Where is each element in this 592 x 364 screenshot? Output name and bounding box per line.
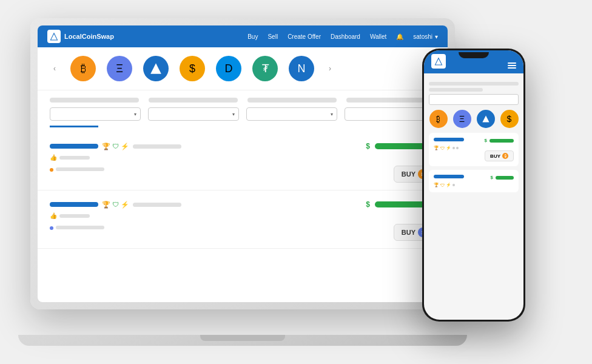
coin-btc[interactable]: ₿ [70,56,96,81]
filter-label-location [247,98,337,103]
trade-row-2: 🏆 🛡 ⚡ $ 👍 [38,193,448,249]
nav-wallet[interactable]: Wallet [370,33,386,40]
trader-badges-1: 🏆 🛡 ⚡ [102,143,129,150]
lightning-icon-2: ⚡ [121,201,129,209]
filter-label-amount [50,98,139,103]
svg-marker-2 [150,63,161,74]
scene: LocalCoinSwap Buy Sell Create Offer Dash… [0,0,592,364]
username: satoshi [413,33,432,40]
trade-left-2: 🏆 🛡 ⚡ [50,201,181,209]
shield-icon-2: 🛡 [112,201,119,208]
phone-trader-name-1 [434,138,464,141]
coin-neo[interactable]: N [289,56,314,81]
filter-payment-select[interactable] [148,107,239,121]
filter-location-select[interactable] [246,107,337,121]
trade-top-2: 🏆 🛡 ⚡ $ [50,200,436,209]
phone-logo-svg [434,56,443,66]
nav-buy[interactable]: Buy [247,33,258,40]
phone-trade-top-2: $ [434,175,514,180]
trade-bottom-1: BUY ₿ [50,163,436,183]
phone-green-bar-2 [496,176,514,180]
coin-usdt[interactable]: ₮ [252,56,278,81]
lightning-icon: ⚡ [121,143,129,150]
coin-eth[interactable]: Ξ [107,56,132,81]
dot-eth-2 [50,226,53,230]
phone-buy-coin-1: ₿ [502,153,508,159]
phone-price-2: $ [491,175,514,180]
buy-label-1: BUY [402,170,415,178]
trade-row-1: 🏆 🛡 ⚡ $ 👍 [38,135,448,190]
hamburger-line-1 [508,62,516,64]
phone-trader-name-2 [434,175,464,178]
coin-lcs[interactable] [143,56,169,81]
coin-selector-row: ‹ ₿ Ξ $ D ₮ N › [38,47,448,90]
trade-left-1: 🏆 🛡 ⚡ [50,143,181,150]
hamburger-line-3 [508,67,516,69]
coin-next-button[interactable]: › [325,64,335,73]
trophy-icon-2: 🏆 [102,201,110,209]
phone-trade-top-1: $ [434,138,514,143]
dot-btc-1 [50,168,53,172]
trade-detail-bar-1 [59,156,90,160]
nav-links: Buy Sell Create Offer Dashboard Wallet 🔔… [247,33,438,40]
phone-green-bar-1 [489,139,514,143]
phone-shield-icon: 🛡 [440,146,445,150]
logo-svg [49,32,59,41]
phone-buy-label-1: BUY [490,153,500,159]
trade-info-bar-2 [133,203,181,207]
filter-labels [50,98,436,103]
bell-icon[interactable]: 🔔 [396,33,403,40]
active-filter-indicator [50,126,98,127]
trophy-icon: 🏆 [102,143,110,150]
phone-trophy-icon: 🏆 [434,146,439,150]
phone-dollar-2: $ [491,175,493,180]
phone-gray-dot-3 [452,184,455,186]
dollar-sign-1: $ [366,142,370,150]
phone-price-1: $ [485,138,514,143]
phone-device: ₿ Ξ $ $ [422,49,525,346]
hamburger-menu-button[interactable] [508,62,516,69]
nav-sell[interactable]: Sell [267,33,278,40]
coin-dash2[interactable]: D [216,56,241,81]
logo-icon [47,30,61,43]
phone-icons-1: 🏆 🛡 ⚡ [434,146,514,150]
filter-amount-select[interactable] [50,107,141,121]
navbar: LocalCoinSwap Buy Sell Create Offer Dash… [38,25,448,47]
trade-mid-2: 👍 [50,212,436,219]
phone-coin-lcs[interactable] [477,110,495,128]
phone-coin-eth[interactable]: Ξ [453,110,471,128]
phone-coin-btc[interactable]: ₿ [429,110,448,128]
phone-gray-dot-1 [452,147,455,149]
phone-dollar-1: $ [485,138,487,143]
thumbs-up-icon-1: 👍 [50,154,57,161]
phone-logo[interactable] [431,54,446,69]
phone-body: ₿ Ξ $ $ [422,49,525,322]
phone-coin-dash[interactable]: $ [500,110,519,128]
coin-dash[interactable]: $ [180,56,205,81]
phone-content: ₿ Ξ $ $ [424,73,523,201]
filter-selects [50,107,436,121]
nav-dashboard[interactable]: Dashboard [331,33,360,40]
phone-lightning-icon-2: ⚡ [446,183,451,187]
trade-detail-bar-2 [59,214,90,218]
phone-trade-1: $ 🏆 🛡 ⚡ BUY ₿ [429,133,519,166]
coin-prev-button[interactable]: ‹ [50,64,59,73]
filter-label-payment [149,98,238,103]
nav-logo[interactable]: LocalCoinSwap [47,30,114,43]
phone-filter-select[interactable] [429,94,519,105]
phone-buy-button-1[interactable]: BUY ₿ [485,150,514,161]
laptop-base [18,335,467,346]
phone-lightning-icon: ⚡ [446,146,451,150]
phone-gray-bar-2 [429,88,483,92]
thumbs-up-icon-2: 👍 [50,212,57,219]
phone-shield-icon-2: 🛡 [440,183,445,187]
phone-trade-2: $ 🏆 🛡 ⚡ [429,170,519,192]
hamburger-line-2 [508,65,516,66]
trader-badges-2: 🏆 🛡 ⚡ [102,201,129,209]
chevron-down-icon: ▾ [435,33,438,40]
buy-label-2: BUY [402,229,415,236]
trade-bottom-2: BUY Ξ [50,221,436,241]
nav-create-offer[interactable]: Create Offer [288,33,321,40]
trader-name-bar-2 [50,202,98,207]
nav-user[interactable]: satoshi ▾ [413,33,438,40]
